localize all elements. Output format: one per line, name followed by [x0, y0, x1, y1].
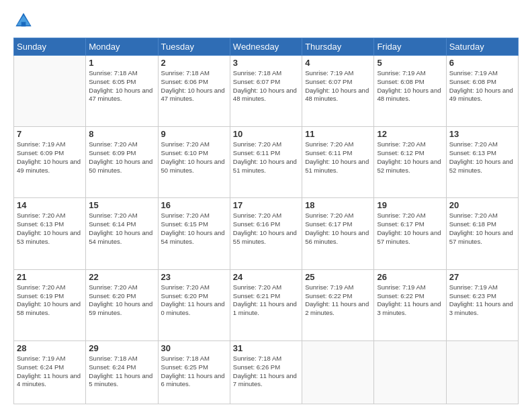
day-number: 3	[233, 58, 299, 68]
header	[13, 11, 519, 31]
calendar-week-row: 21Sunrise: 7:20 AM Sunset: 6:19 PM Dayli…	[14, 269, 519, 340]
day-info: Sunrise: 7:20 AM Sunset: 6:14 PM Dayligh…	[89, 212, 154, 246]
calendar-day-cell: 25Sunrise: 7:19 AM Sunset: 6:22 PM Dayli…	[302, 269, 374, 340]
day-info: Sunrise: 7:20 AM Sunset: 6:13 PM Dayligh…	[449, 140, 515, 175]
calendar-day-cell: 11Sunrise: 7:20 AM Sunset: 6:11 PM Dayli…	[302, 127, 374, 198]
day-number: 19	[377, 200, 443, 210]
day-info: Sunrise: 7:19 AM Sunset: 6:07 PM Dayligh…	[305, 69, 371, 103]
day-info: Sunrise: 7:18 AM Sunset: 6:06 PM Dayligh…	[161, 69, 227, 103]
day-number: 5	[377, 58, 443, 68]
day-info: Sunrise: 7:20 AM Sunset: 6:09 PM Dayligh…	[89, 140, 154, 175]
calendar-day-cell: 14Sunrise: 7:20 AM Sunset: 6:13 PM Dayli…	[14, 198, 86, 269]
calendar-day-cell: 19Sunrise: 7:20 AM Sunset: 6:17 PM Dayli…	[374, 198, 446, 269]
day-info: Sunrise: 7:20 AM Sunset: 6:16 PM Dayligh…	[233, 212, 299, 246]
weekday-header-row: Sunday Monday Tuesday Wednesday Thursday…	[14, 38, 519, 56]
calendar-day-cell: 23Sunrise: 7:20 AM Sunset: 6:20 PM Dayli…	[158, 269, 230, 340]
day-number: 12	[377, 129, 443, 139]
day-number: 2	[161, 58, 227, 68]
header-monday: Monday	[86, 38, 158, 56]
calendar-day-cell: 6Sunrise: 7:19 AM Sunset: 6:08 PM Daylig…	[446, 56, 518, 127]
calendar-day-cell: 16Sunrise: 7:20 AM Sunset: 6:15 PM Dayli…	[158, 198, 230, 269]
calendar-day-cell: 21Sunrise: 7:20 AM Sunset: 6:19 PM Dayli…	[14, 269, 86, 340]
header-wednesday: Wednesday	[230, 38, 302, 56]
day-number: 17	[233, 200, 299, 210]
day-info: Sunrise: 7:20 AM Sunset: 6:19 PM Dayligh…	[17, 283, 83, 318]
day-info: Sunrise: 7:20 AM Sunset: 6:20 PM Dayligh…	[161, 283, 227, 318]
day-number: 13	[449, 129, 515, 139]
day-info: Sunrise: 7:18 AM Sunset: 6:07 PM Dayligh…	[233, 69, 299, 103]
calendar-table: Sunday Monday Tuesday Wednesday Thursday…	[13, 38, 519, 404]
calendar-day-cell: 15Sunrise: 7:20 AM Sunset: 6:14 PM Dayli…	[86, 198, 158, 269]
calendar-day-cell	[302, 340, 374, 404]
calendar-day-cell: 2Sunrise: 7:18 AM Sunset: 6:06 PM Daylig…	[158, 56, 230, 127]
calendar-day-cell: 9Sunrise: 7:20 AM Sunset: 6:10 PM Daylig…	[158, 127, 230, 198]
header-thursday: Thursday	[302, 38, 374, 56]
day-info: Sunrise: 7:19 AM Sunset: 6:23 PM Dayligh…	[449, 283, 515, 318]
header-sunday: Sunday	[14, 38, 86, 56]
day-number: 15	[89, 200, 154, 210]
day-info: Sunrise: 7:18 AM Sunset: 6:26 PM Dayligh…	[233, 355, 299, 389]
calendar-day-cell: 24Sunrise: 7:20 AM Sunset: 6:21 PM Dayli…	[230, 269, 302, 340]
header-friday: Friday	[374, 38, 446, 56]
day-number: 4	[305, 58, 371, 68]
calendar-day-cell	[446, 340, 518, 404]
calendar-week-row: 1Sunrise: 7:18 AM Sunset: 6:05 PM Daylig…	[14, 56, 519, 127]
day-info: Sunrise: 7:20 AM Sunset: 6:20 PM Dayligh…	[89, 283, 154, 318]
day-info: Sunrise: 7:19 AM Sunset: 6:08 PM Dayligh…	[449, 69, 515, 103]
day-info: Sunrise: 7:20 AM Sunset: 6:18 PM Dayligh…	[449, 212, 515, 246]
calendar-day-cell: 8Sunrise: 7:20 AM Sunset: 6:09 PM Daylig…	[86, 127, 158, 198]
day-info: Sunrise: 7:20 AM Sunset: 6:12 PM Dayligh…	[377, 140, 443, 175]
calendar-day-cell: 13Sunrise: 7:20 AM Sunset: 6:13 PM Dayli…	[446, 127, 518, 198]
day-number: 20	[449, 200, 515, 210]
day-number: 21	[17, 272, 83, 282]
calendar-day-cell: 22Sunrise: 7:20 AM Sunset: 6:20 PM Dayli…	[86, 269, 158, 340]
calendar-day-cell: 30Sunrise: 7:18 AM Sunset: 6:25 PM Dayli…	[158, 340, 230, 404]
day-info: Sunrise: 7:19 AM Sunset: 6:08 PM Dayligh…	[377, 69, 443, 103]
day-number: 11	[305, 129, 371, 139]
day-info: Sunrise: 7:19 AM Sunset: 6:09 PM Dayligh…	[17, 140, 83, 175]
day-number: 8	[89, 129, 154, 139]
calendar-day-cell: 29Sunrise: 7:18 AM Sunset: 6:24 PM Dayli…	[86, 340, 158, 404]
calendar-day-cell: 31Sunrise: 7:18 AM Sunset: 6:26 PM Dayli…	[230, 340, 302, 404]
logo	[13, 11, 36, 31]
calendar-day-cell: 4Sunrise: 7:19 AM Sunset: 6:07 PM Daylig…	[302, 56, 374, 127]
calendar-day-cell: 12Sunrise: 7:20 AM Sunset: 6:12 PM Dayli…	[374, 127, 446, 198]
logo-icon	[13, 11, 34, 31]
day-number: 1	[89, 58, 154, 68]
calendar-day-cell: 10Sunrise: 7:20 AM Sunset: 6:11 PM Dayli…	[230, 127, 302, 198]
day-number: 7	[17, 129, 83, 139]
calendar-day-cell: 7Sunrise: 7:19 AM Sunset: 6:09 PM Daylig…	[14, 127, 86, 198]
day-number: 31	[233, 343, 299, 353]
day-info: Sunrise: 7:20 AM Sunset: 6:11 PM Dayligh…	[233, 140, 299, 175]
day-number: 28	[17, 343, 83, 353]
day-number: 25	[305, 272, 371, 282]
calendar-day-cell	[14, 56, 86, 127]
day-info: Sunrise: 7:18 AM Sunset: 6:25 PM Dayligh…	[161, 355, 227, 389]
header-tuesday: Tuesday	[158, 38, 230, 56]
calendar-day-cell: 5Sunrise: 7:19 AM Sunset: 6:08 PM Daylig…	[374, 56, 446, 127]
calendar-week-row: 28Sunrise: 7:19 AM Sunset: 6:24 PM Dayli…	[14, 340, 519, 404]
day-info: Sunrise: 7:20 AM Sunset: 6:17 PM Dayligh…	[377, 212, 443, 246]
day-info: Sunrise: 7:20 AM Sunset: 6:21 PM Dayligh…	[233, 283, 299, 318]
day-number: 23	[161, 272, 227, 282]
day-number: 9	[161, 129, 227, 139]
day-info: Sunrise: 7:19 AM Sunset: 6:24 PM Dayligh…	[17, 355, 83, 389]
day-number: 16	[161, 200, 227, 210]
calendar-day-cell: 20Sunrise: 7:20 AM Sunset: 6:18 PM Dayli…	[446, 198, 518, 269]
day-info: Sunrise: 7:19 AM Sunset: 6:22 PM Dayligh…	[377, 283, 443, 318]
page: Sunday Monday Tuesday Wednesday Thursday…	[0, 0, 532, 411]
day-number: 22	[89, 272, 154, 282]
day-info: Sunrise: 7:18 AM Sunset: 6:05 PM Dayligh…	[89, 69, 154, 103]
calendar-day-cell: 26Sunrise: 7:19 AM Sunset: 6:22 PM Dayli…	[374, 269, 446, 340]
day-info: Sunrise: 7:18 AM Sunset: 6:24 PM Dayligh…	[89, 355, 154, 389]
day-number: 29	[89, 343, 154, 353]
day-number: 27	[449, 272, 515, 282]
day-number: 18	[305, 200, 371, 210]
day-number: 6	[449, 58, 515, 68]
calendar-day-cell: 27Sunrise: 7:19 AM Sunset: 6:23 PM Dayli…	[446, 269, 518, 340]
calendar-day-cell: 3Sunrise: 7:18 AM Sunset: 6:07 PM Daylig…	[230, 56, 302, 127]
day-number: 26	[377, 272, 443, 282]
day-info: Sunrise: 7:20 AM Sunset: 6:15 PM Dayligh…	[161, 212, 227, 246]
day-info: Sunrise: 7:20 AM Sunset: 6:13 PM Dayligh…	[17, 212, 83, 246]
calendar-day-cell: 28Sunrise: 7:19 AM Sunset: 6:24 PM Dayli…	[14, 340, 86, 404]
